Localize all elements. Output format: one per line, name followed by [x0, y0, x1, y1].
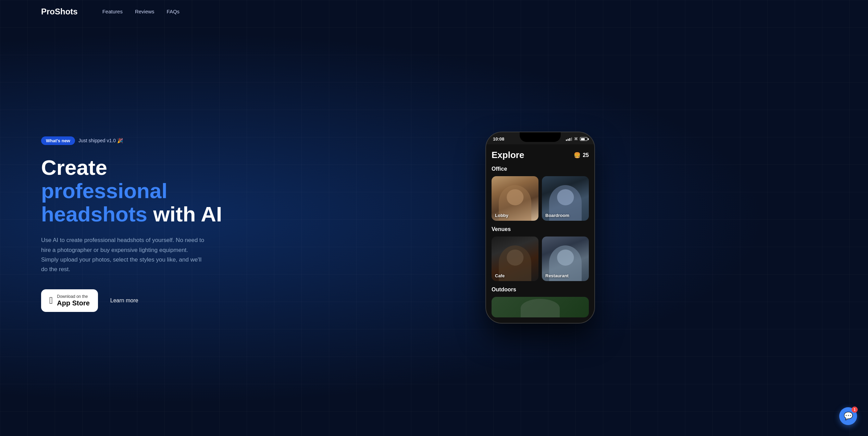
nav-features[interactable]: Features — [102, 9, 123, 14]
section-outdoors: Outdoors — [492, 287, 589, 317]
learn-more-link[interactable]: Learn more — [110, 298, 138, 304]
nav-links: Features Reviews FAQs — [102, 9, 179, 15]
headline-part1: Create — [41, 156, 107, 179]
navbar: ProShots Features Reviews FAQs — [0, 0, 868, 23]
coins-emoji: 🍔 — [574, 152, 581, 158]
app-store-button[interactable]:  Download on the App Store — [41, 289, 98, 312]
phone-mockup-container: 10:08 ⌘ — [253, 125, 827, 324]
nav-faqs[interactable]: FAQs — [167, 9, 180, 14]
whats-new-badge: What's new Just shipped v1.0 🎉 — [41, 136, 123, 145]
phone-status-icons: ⌘ — [566, 137, 587, 141]
hero-actions:  Download on the App Store Learn more — [41, 289, 233, 312]
phone-screen: Explore 🍔 25 Office Lobby Boardroo — [486, 144, 594, 323]
photo-lobby-label: Lobby — [495, 213, 508, 218]
apple-icon:  — [49, 296, 53, 305]
phone-notch — [520, 132, 561, 142]
app-store-small-text: Download on the — [57, 294, 88, 299]
app-store-big-text: App Store — [57, 299, 90, 307]
hero-content: What's new Just shipped v1.0 🎉 Create pr… — [41, 136, 233, 312]
section-office-label: Office — [492, 166, 589, 172]
headline-highlight2: headshots — [41, 202, 147, 226]
wifi-icon: ⌘ — [574, 137, 578, 141]
phone-screen-title: Explore — [492, 150, 524, 160]
nav-reviews[interactable]: Reviews — [135, 9, 154, 14]
hero-section: What's new Just shipped v1.0 🎉 Create pr… — [0, 23, 868, 432]
outdoors-preview[interactable] — [492, 297, 589, 317]
phone-coins: 🍔 25 — [574, 152, 589, 158]
office-grid: Lobby Boardroom — [492, 176, 589, 221]
photo-card-restaurant[interactable]: Restaurant — [542, 237, 589, 281]
photo-card-lobby[interactable]: Lobby — [492, 176, 538, 221]
hero-subtext: Use AI to create professional headshots … — [41, 235, 206, 274]
photo-boardroom-label: Boardroom — [545, 213, 569, 218]
headline-highlight1: professional — [41, 179, 168, 203]
phone-explore-header: Explore 🍔 25 — [492, 150, 589, 160]
photo-restaurant-label: Restaurant — [545, 273, 569, 278]
photo-card-cafe[interactable]: Cafe — [492, 237, 538, 281]
signal-icon — [566, 137, 572, 141]
venues-grid: Cafe Restaurant — [492, 237, 589, 281]
chat-button[interactable]: 💬 1 — [839, 407, 857, 425]
phone-time: 10:08 — [493, 136, 504, 142]
photo-cafe-label: Cafe — [495, 273, 505, 278]
section-venues-label: Venues — [492, 226, 589, 232]
coins-count: 25 — [583, 152, 589, 158]
app-store-text: Download on the App Store — [57, 294, 90, 307]
badge-label: What's new — [41, 136, 75, 145]
headline-part2: with AI — [147, 202, 222, 226]
phone-mockup: 10:08 ⌘ — [485, 132, 595, 324]
chat-badge: 1 — [852, 407, 858, 413]
section-outdoors-label: Outdoors — [492, 287, 589, 293]
photo-card-boardroom[interactable]: Boardroom — [542, 176, 589, 221]
battery-icon — [580, 137, 587, 141]
hero-headline: Create professional headshots with AI — [41, 156, 233, 226]
chat-icon: 💬 — [844, 412, 853, 421]
badge-text: Just shipped v1.0 🎉 — [78, 138, 123, 143]
brand-logo[interactable]: ProShots — [41, 7, 78, 16]
